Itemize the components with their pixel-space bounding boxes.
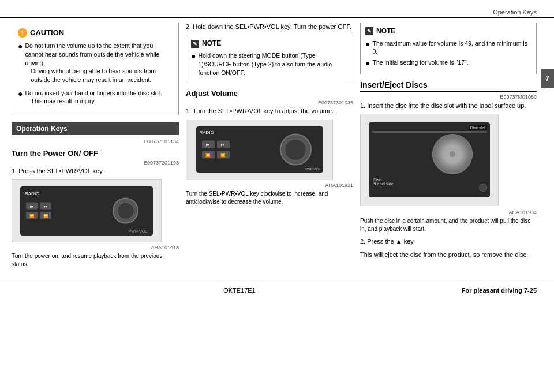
turn-power-step1: 1. Press the SEL•PWR•VOL key. [12,167,179,176]
caution-subtext-1: Driving without being able to hear sound… [31,67,173,84]
mid-column: 2. Hold down the SEL•PWR•VOL key. Turn t… [186,23,353,272]
knob-inner [117,202,134,219]
bullet-dot: ● [18,42,23,86]
op-keys-code: E00737101134 [12,139,179,144]
disc-device: Disc slot Disc*Label side [369,122,490,197]
bullet-dot-r2: ● [365,58,370,68]
note-box-mid: ✎ NOTE ● Hold down the steering MODE but… [186,35,353,83]
disc-slot-line [372,131,487,133]
note-text-right-1: The maximum value for volume is 49, and … [372,39,531,56]
insert-title: Insert/Eject Discs [360,80,537,92]
caution-bullet-2: ● Do not insert your hand or fingers int… [18,89,173,108]
vol-radio-label: RADIO [200,130,214,135]
disc-slot-label: Disc slot [469,125,487,130]
content-area: ! CAUTION ● Do not turn the volume up to… [0,23,554,272]
eject-step: 2. Press the ▲ key. [360,237,537,247]
disc-circle [432,134,473,174]
bullet-dot-mid: ● [191,51,196,77]
adjust-step1: 1. Turn the SEL•PWR•VOL key to adjust th… [186,107,353,115]
right-column: ✎ NOTE ● The maximum value for volume is… [360,23,537,272]
insert-step1: 1. Insert the disc into the disc slot wi… [360,101,537,111]
op-keys-header: Operation Keys [12,122,179,135]
turn-power-code: E00737201193 [12,160,179,166]
turn-power-title: Turn the Power ON/ OFF [12,149,179,158]
pwr-label: PWR·VOL [129,229,147,233]
note-text-mid: Hold down the steering MODE button (Type… [198,51,348,77]
device-inner: RADIO ⏮ ⏭ ⏪ [20,186,153,236]
adjust-code: E00737301035 [186,100,353,106]
caution-box: ! CAUTION ● Do not turn the volume up to… [12,23,179,115]
eject-note: This will eject the disc from the produc… [360,250,537,260]
vol-image-code: AHA101921 [186,182,353,188]
header-title: Operation Keys [493,9,537,16]
note-title-right: ✎ NOTE [365,27,531,36]
vol-pwr-text: PWR·VOL [305,167,321,171]
caution-text-2: Do not insert your hand or fingers into … [25,89,162,96]
vol-inner: RADIO ⏮ ⏭ ⏪ [196,126,323,173]
disc-label-text: Disc*Label side [373,178,394,186]
caution-title: ! CAUTION [18,28,173,38]
note-icon-mid: ✎ [191,40,199,48]
vol-knob-inner [285,139,306,160]
caution-bullet-1: ● Do not turn the volume up to the exten… [18,42,173,86]
vol-caption: Turn the SEL•PWR•VOL key clockwise to in… [186,190,353,206]
power-knob [113,198,138,224]
insert-code: E00737M01080 [360,94,537,100]
bullet-dot-2: ● [18,89,23,108]
vol-knob [280,134,312,166]
device-image-power: RADIO ⏮ ⏭ ⏪ [12,179,162,242]
page-container: Operation Keys 7 ! CAUTION ● Do not turn… [0,0,554,392]
bullet-dot-r1: ● [365,39,370,56]
note-title-mid: ✎ NOTE [191,39,348,48]
adjust-title: Adjust Volume [186,89,353,98]
chapter-tab: 7 [541,69,554,88]
note-bullet-right-1: ● The maximum value for volume is 49, an… [365,39,531,56]
note-text-right-2: The initial setting for volume is "17". [372,58,468,68]
mid-step2: 2. Hold down the SEL•PWR•VOL key. Turn t… [186,23,353,31]
caution-subtext-2: This may result in injury. [31,97,162,106]
radio-label: RADIO [25,191,39,196]
disc-image: Disc slot Disc*Label side [360,114,499,206]
footer-center: OKTE17E1 [223,287,256,294]
page-header: Operation Keys [0,6,554,18]
push-caption: Push the disc in a certain amount, and t… [360,217,537,233]
disc-image-code: AHA101934 [360,210,537,215]
caution-text-1: Do not turn the volume up to the extent … [25,42,159,66]
power-caption: Turn the power on, and resume playback f… [12,252,179,268]
page-footer: OKTE17E1 For pleasant driving 7-25 [0,281,554,300]
caution-icon: ! [18,28,27,38]
left-column: ! CAUTION ● Do not turn the volume up to… [12,23,179,272]
note-box-right: ✎ NOTE ● The maximum value for volume is… [360,23,537,74]
note-icon-right: ✎ [365,27,373,35]
note-bullet-mid: ● Hold down the steering MODE button (Ty… [191,51,348,77]
note-bullet-right-2: ● The initial setting for volume is "17"… [365,58,531,68]
power-image-code: AHA101918 [12,245,179,251]
vol-image: RADIO ⏮ ⏭ ⏪ [186,120,333,180]
footer-right: For pleasant driving 7-25 [462,287,537,294]
